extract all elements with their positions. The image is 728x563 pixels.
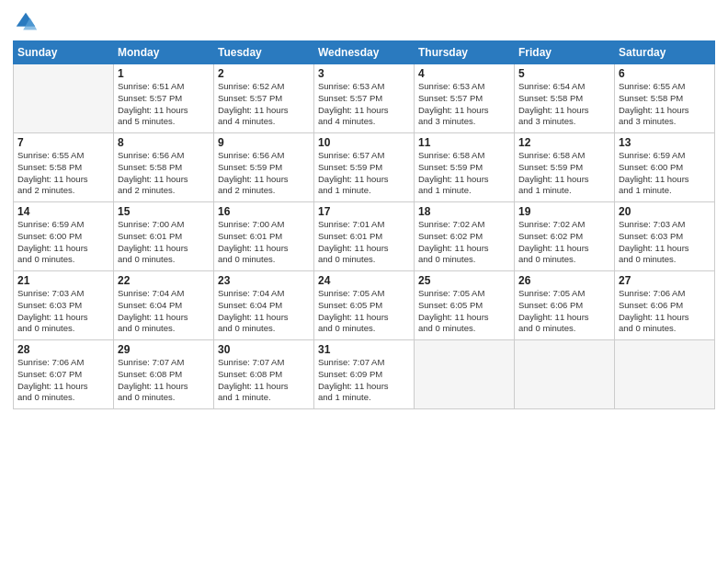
day-info: Sunrise: 6:59 AMSunset: 6:00 PMDaylight:… bbox=[17, 219, 109, 266]
calendar-cell: 12Sunrise: 6:58 AMSunset: 5:59 PMDayligh… bbox=[515, 133, 615, 202]
day-number: 16 bbox=[218, 205, 310, 218]
day-info: Sunrise: 7:04 AMSunset: 6:04 PMDaylight:… bbox=[118, 288, 210, 335]
day-info: Sunrise: 7:00 AMSunset: 6:01 PMDaylight:… bbox=[218, 219, 310, 266]
calendar-cell: 22Sunrise: 7:04 AMSunset: 6:04 PMDayligh… bbox=[114, 271, 214, 340]
day-info: Sunrise: 6:55 AMSunset: 5:58 PMDaylight:… bbox=[17, 150, 109, 197]
day-info: Sunrise: 7:05 AMSunset: 6:05 PMDaylight:… bbox=[418, 288, 510, 335]
day-number: 1 bbox=[118, 67, 210, 80]
day-number: 20 bbox=[619, 205, 711, 218]
calendar-cell: 5Sunrise: 6:54 AMSunset: 5:58 PMDaylight… bbox=[515, 64, 615, 133]
day-info: Sunrise: 6:54 AMSunset: 5:58 PMDaylight:… bbox=[518, 81, 610, 128]
day-info: Sunrise: 6:58 AMSunset: 5:59 PMDaylight:… bbox=[418, 150, 510, 197]
calendar-cell: 14Sunrise: 6:59 AMSunset: 6:00 PMDayligh… bbox=[14, 202, 114, 271]
calendar-cell: 11Sunrise: 6:58 AMSunset: 5:59 PMDayligh… bbox=[415, 133, 515, 202]
calendar-cell: 7Sunrise: 6:55 AMSunset: 5:58 PMDaylight… bbox=[14, 133, 114, 202]
day-number: 6 bbox=[619, 67, 711, 80]
calendar-cell: 8Sunrise: 6:56 AMSunset: 5:58 PMDaylight… bbox=[114, 133, 214, 202]
day-info: Sunrise: 7:05 AMSunset: 6:06 PMDaylight:… bbox=[518, 288, 610, 335]
calendar-cell: 15Sunrise: 7:00 AMSunset: 6:01 PMDayligh… bbox=[114, 202, 214, 271]
day-number: 11 bbox=[418, 136, 510, 149]
day-number: 30 bbox=[218, 343, 310, 356]
logo-icon bbox=[13, 9, 39, 35]
day-info: Sunrise: 7:03 AMSunset: 6:03 PMDaylight:… bbox=[17, 288, 109, 335]
day-number: 22 bbox=[118, 274, 210, 287]
day-number: 9 bbox=[218, 136, 310, 149]
day-info: Sunrise: 7:00 AMSunset: 6:01 PMDaylight:… bbox=[118, 219, 210, 266]
day-info: Sunrise: 6:55 AMSunset: 5:58 PMDaylight:… bbox=[619, 81, 711, 128]
day-number: 13 bbox=[619, 136, 711, 149]
calendar-week-row: 1Sunrise: 6:51 AMSunset: 5:57 PMDaylight… bbox=[14, 64, 715, 133]
day-number: 23 bbox=[218, 274, 310, 287]
day-number: 14 bbox=[17, 205, 109, 218]
day-number: 15 bbox=[118, 205, 210, 218]
calendar-cell: 2Sunrise: 6:52 AMSunset: 5:57 PMDaylight… bbox=[214, 64, 314, 133]
calendar-cell: 27Sunrise: 7:06 AMSunset: 6:06 PMDayligh… bbox=[615, 271, 715, 340]
day-number: 27 bbox=[619, 274, 711, 287]
day-info: Sunrise: 6:51 AMSunset: 5:57 PMDaylight:… bbox=[118, 81, 210, 128]
day-number: 28 bbox=[17, 343, 109, 356]
calendar-day-header: Wednesday bbox=[314, 41, 415, 64]
day-info: Sunrise: 7:07 AMSunset: 6:09 PMDaylight:… bbox=[318, 357, 410, 404]
day-info: Sunrise: 7:06 AMSunset: 6:07 PMDaylight:… bbox=[17, 357, 109, 404]
day-info: Sunrise: 7:02 AMSunset: 6:02 PMDaylight:… bbox=[418, 219, 510, 266]
calendar-week-row: 14Sunrise: 6:59 AMSunset: 6:00 PMDayligh… bbox=[14, 202, 715, 271]
calendar-cell: 26Sunrise: 7:05 AMSunset: 6:06 PMDayligh… bbox=[515, 271, 615, 340]
day-info: Sunrise: 7:01 AMSunset: 6:01 PMDaylight:… bbox=[318, 219, 410, 266]
day-number: 17 bbox=[318, 205, 410, 218]
calendar-cell: 23Sunrise: 7:04 AMSunset: 6:04 PMDayligh… bbox=[214, 271, 314, 340]
calendar-cell: 29Sunrise: 7:07 AMSunset: 6:08 PMDayligh… bbox=[114, 340, 214, 409]
calendar-cell: 19Sunrise: 7:02 AMSunset: 6:02 PMDayligh… bbox=[515, 202, 615, 271]
day-info: Sunrise: 6:53 AMSunset: 5:57 PMDaylight:… bbox=[318, 81, 410, 128]
logo bbox=[13, 9, 42, 35]
day-info: Sunrise: 7:07 AMSunset: 6:08 PMDaylight:… bbox=[218, 357, 310, 404]
calendar-cell: 17Sunrise: 7:01 AMSunset: 6:01 PMDayligh… bbox=[314, 202, 415, 271]
day-info: Sunrise: 7:04 AMSunset: 6:04 PMDaylight:… bbox=[218, 288, 310, 335]
day-number: 4 bbox=[418, 67, 510, 80]
calendar-cell: 28Sunrise: 7:06 AMSunset: 6:07 PMDayligh… bbox=[14, 340, 114, 409]
calendar-cell: 20Sunrise: 7:03 AMSunset: 6:03 PMDayligh… bbox=[615, 202, 715, 271]
day-info: Sunrise: 6:56 AMSunset: 5:59 PMDaylight:… bbox=[218, 150, 310, 197]
calendar-cell bbox=[415, 340, 515, 409]
day-info: Sunrise: 6:57 AMSunset: 5:59 PMDaylight:… bbox=[318, 150, 410, 197]
day-info: Sunrise: 7:02 AMSunset: 6:02 PMDaylight:… bbox=[518, 219, 610, 266]
day-info: Sunrise: 7:07 AMSunset: 6:08 PMDaylight:… bbox=[118, 357, 210, 404]
calendar-day-header: Thursday bbox=[415, 41, 515, 64]
calendar-cell: 6Sunrise: 6:55 AMSunset: 5:58 PMDaylight… bbox=[615, 64, 715, 133]
calendar-week-row: 28Sunrise: 7:06 AMSunset: 6:07 PMDayligh… bbox=[14, 340, 715, 409]
calendar-body: 1Sunrise: 6:51 AMSunset: 5:57 PMDaylight… bbox=[14, 64, 715, 409]
calendar-cell: 1Sunrise: 6:51 AMSunset: 5:57 PMDaylight… bbox=[114, 64, 214, 133]
day-number: 8 bbox=[118, 136, 210, 149]
calendar-header-row: SundayMondayTuesdayWednesdayThursdayFrid… bbox=[14, 41, 715, 64]
day-number: 24 bbox=[318, 274, 410, 287]
day-number: 18 bbox=[418, 205, 510, 218]
day-number: 31 bbox=[318, 343, 410, 356]
day-number: 21 bbox=[17, 274, 109, 287]
calendar-cell: 13Sunrise: 6:59 AMSunset: 6:00 PMDayligh… bbox=[615, 133, 715, 202]
calendar-cell: 9Sunrise: 6:56 AMSunset: 5:59 PMDaylight… bbox=[214, 133, 314, 202]
calendar-cell: 4Sunrise: 6:53 AMSunset: 5:57 PMDaylight… bbox=[415, 64, 515, 133]
calendar-cell: 25Sunrise: 7:05 AMSunset: 6:05 PMDayligh… bbox=[415, 271, 515, 340]
page-container: SundayMondayTuesdayWednesdayThursdayFrid… bbox=[0, 0, 728, 563]
header bbox=[13, 9, 715, 35]
calendar-day-header: Monday bbox=[114, 41, 214, 64]
day-number: 5 bbox=[518, 67, 610, 80]
calendar-week-row: 21Sunrise: 7:03 AMSunset: 6:03 PMDayligh… bbox=[14, 271, 715, 340]
calendar-cell: 24Sunrise: 7:05 AMSunset: 6:05 PMDayligh… bbox=[314, 271, 415, 340]
day-info: Sunrise: 7:03 AMSunset: 6:03 PMDaylight:… bbox=[619, 219, 711, 266]
calendar-cell bbox=[615, 340, 715, 409]
calendar-cell: 31Sunrise: 7:07 AMSunset: 6:09 PMDayligh… bbox=[314, 340, 415, 409]
day-number: 26 bbox=[518, 274, 610, 287]
calendar-table: SundayMondayTuesdayWednesdayThursdayFrid… bbox=[13, 40, 715, 409]
day-number: 7 bbox=[17, 136, 109, 149]
calendar-cell: 30Sunrise: 7:07 AMSunset: 6:08 PMDayligh… bbox=[214, 340, 314, 409]
day-number: 10 bbox=[318, 136, 410, 149]
calendar-week-row: 7Sunrise: 6:55 AMSunset: 5:58 PMDaylight… bbox=[14, 133, 715, 202]
calendar-cell: 10Sunrise: 6:57 AMSunset: 5:59 PMDayligh… bbox=[314, 133, 415, 202]
day-info: Sunrise: 6:59 AMSunset: 6:00 PMDaylight:… bbox=[619, 150, 711, 197]
calendar-day-header: Friday bbox=[515, 41, 615, 64]
calendar-cell: 18Sunrise: 7:02 AMSunset: 6:02 PMDayligh… bbox=[415, 202, 515, 271]
day-number: 3 bbox=[318, 67, 410, 80]
calendar-cell bbox=[14, 64, 114, 133]
calendar-cell: 21Sunrise: 7:03 AMSunset: 6:03 PMDayligh… bbox=[14, 271, 114, 340]
day-number: 19 bbox=[518, 205, 610, 218]
